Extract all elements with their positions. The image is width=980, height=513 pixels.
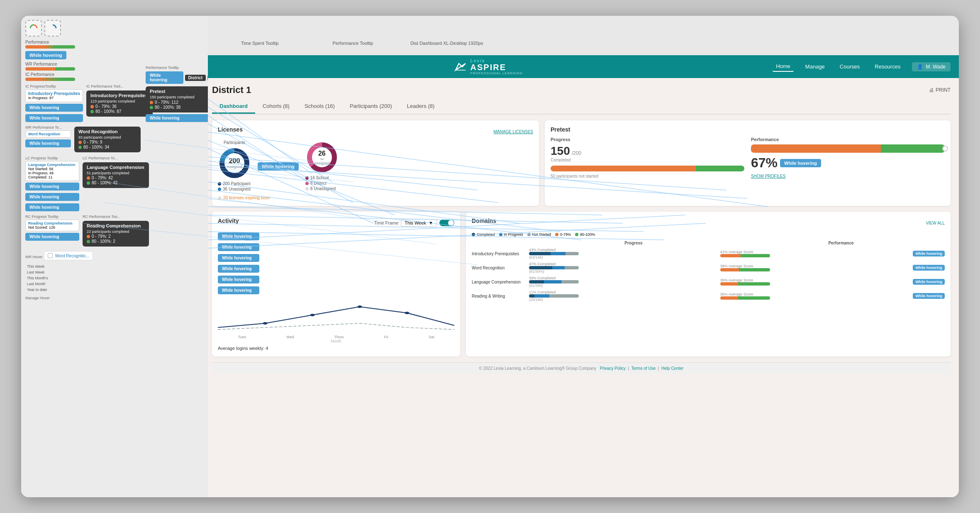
domain-lc-bars: 30% Completed (61/285) 36% Average Score [529, 276, 909, 288]
legend-80-100: 80-100% [575, 232, 595, 237]
legend-completed: Completed [472, 232, 495, 237]
hover-box-rc: While hovering [25, 233, 79, 241]
dash-content: District 1 🖨 PRINT Dashboard Cohorts (8)… [204, 78, 959, 497]
hover-box-pretest-perf: While hovering [146, 114, 208, 122]
lc-not-started: Not Started: 56 [28, 167, 76, 171]
dist-dashboard-label: Dist Dashboard XL-Desktop 1920px [410, 41, 483, 46]
day-sat: Sat [429, 335, 434, 339]
licenses-section: Participants 200 Assigned [218, 140, 533, 192]
leaders-sublabel: Assigned [314, 161, 329, 165]
hover-box-domain-wr: While hovering [913, 265, 945, 271]
tab-dashboard[interactable]: Dashboard [212, 100, 255, 114]
section-header-bar: Time Spent Tooltip Performance Tooltip D… [204, 41, 483, 46]
footer-terms[interactable]: Terms of Use [631, 366, 656, 371]
logo-sub: PROFESSIONAL LEARNING [470, 71, 523, 75]
tt-lc-range1: 0 - 79%: 42 [92, 176, 113, 180]
participants-unassigned: 36 Unassigned [223, 187, 251, 191]
tt-pretest-title: Pretest [150, 89, 208, 94]
pretest-progress-label: Progress [551, 137, 744, 142]
user-menu[interactable]: 👤 M. Wade [912, 62, 951, 71]
dropdown-arrow: ▼ [429, 220, 433, 225]
print-icon: 🖨 [929, 87, 934, 93]
pretest-section: Progress 150 /200 Completed 50 [551, 137, 945, 179]
tt-intro-range1: 0 - 79%: 36 [95, 104, 117, 109]
dropdown-this-months[interactable]: This Month's [25, 275, 204, 281]
tab-leaders[interactable]: Leaders (8) [400, 100, 442, 114]
dropdown-last-month[interactable]: Last Month [25, 281, 204, 287]
rw-progress-detail: (20/189) [529, 298, 719, 302]
leaders-legend-3: 8 Unassigned [305, 186, 339, 191]
nav-home[interactable]: Home [773, 61, 794, 72]
performance-section-label: Performance [25, 40, 204, 44]
nav-courses[interactable]: Courses [836, 62, 863, 71]
footer-privacy[interactable]: Privacy Policy [600, 366, 626, 371]
nav-manage[interactable]: Manage [802, 62, 828, 71]
wr-progress-label: 47% Completed [529, 262, 719, 266]
hover-box-ts4: While hovering [218, 265, 259, 273]
dash-header: District 1 🖨 PRINT [212, 85, 951, 95]
wr-perf-label: 38% Average Score [720, 264, 910, 268]
hover-box-ts6: While hovering [218, 286, 259, 294]
district-badge: District [185, 75, 206, 81]
svg-point-36 [357, 305, 362, 308]
domains-card: Domains VIEW ALL Completed In Progress [466, 212, 951, 357]
tt-lc-title: Language Comprehension [87, 165, 145, 170]
tt-wr-participants: 93 participants completed [78, 135, 137, 139]
leaders-legend-2: 8 District [305, 181, 339, 186]
tt-wr-range2: 80 - 100%: 34 [83, 145, 109, 149]
lc-comp-title: Language Comprehension [28, 163, 76, 167]
hover-box-ts5: While hovering [218, 276, 259, 283]
tab-cohorts[interactable]: Cohorts (8) [255, 100, 297, 114]
legend-in-progress: In Progress [499, 232, 523, 237]
dropdown-this-week[interactable]: This Week [25, 264, 204, 269]
time-frame-dropdown[interactable]: This Week ▼ [401, 219, 437, 227]
left-panel: Performance While hovering WR Performanc… [21, 16, 208, 497]
domain-wr-name: Word Recognition [472, 266, 526, 270]
timeframe-value: This Week [405, 220, 426, 225]
pretest-completed-label: Completed [551, 158, 744, 162]
dropdown-last-week[interactable]: Last Week [25, 269, 204, 275]
tt-wr-title: Word Recognition [78, 129, 137, 134]
nav-links: Home Manage Courses Resources 👤 M. Wade [773, 61, 951, 72]
intro-progress-detail: (63/146) [529, 255, 719, 259]
performance-tooltip-label: Performance Tooltip [333, 41, 373, 46]
toggle-switch[interactable] [439, 220, 454, 226]
domain-row-rw: Reading & Writing 11% Completed (20/189) [472, 290, 945, 302]
hover-box-lc: While hovering [25, 183, 79, 191]
manage-licenses-link[interactable]: MANAGE LICENSES [493, 129, 533, 134]
logo-area: Lexia ASPIRE PROFESSIONAL LEARNING [399, 59, 577, 75]
tabs-bar: Dashboard Cohorts (8) Schools (16) Parti… [212, 100, 951, 115]
licenses-card: Licenses MANAGE LICENSES Participants [212, 120, 539, 206]
nav-resources[interactable]: Resources [871, 62, 904, 71]
print-button[interactable]: 🖨 PRINT [929, 87, 951, 93]
rc-comp-title: Reading Comprehension [28, 221, 76, 225]
participants-legend-1: 200 Participant [218, 181, 251, 186]
pretest-percentage: 67% [751, 155, 778, 171]
lc-performance-tool-label: LC Performance To... [83, 156, 149, 160]
tt-rc-range2: 80 - 100%: 2 [92, 239, 115, 244]
domain-lc-name: Language Comprehension [472, 280, 526, 284]
dropdown-year-to-date[interactable]: Year to date [25, 287, 204, 293]
wr-performance-tool-label: WR Performance To... [25, 125, 71, 129]
footer-help[interactable]: Help Center [661, 366, 683, 371]
hover-box-pretest: While hovering [780, 159, 821, 167]
time-spent-title: Activity [218, 217, 239, 224]
day-fri: Fri [384, 335, 388, 339]
tab-schools[interactable]: Schools (16) [297, 100, 342, 114]
domain-row-wr: Word Recognition 47% Completed (81/30%) [472, 262, 945, 274]
tab-participants[interactable]: Participants (200) [342, 100, 400, 114]
domains-title: Domains [472, 217, 496, 224]
show-profiles-btn[interactable]: SHOW PROFILES [751, 174, 785, 178]
wr-progress-detail: (81/30%) [529, 269, 719, 274]
intro-progress-label: 43% Completed [529, 248, 719, 252]
lc-perf-label: 36% Average Score [720, 278, 910, 282]
view-all-link[interactable]: VIEW ALL [926, 221, 945, 225]
participants-sublabel: Assigned [227, 165, 242, 169]
svg-marker-26 [456, 64, 466, 70]
tt-lc-detail: 51 participants completed [87, 171, 145, 175]
hover-box-domain-lc: While hovering [913, 279, 945, 285]
legend-0-79: 0-79% [555, 232, 571, 237]
manage-hover-label: Manage Hover [25, 296, 204, 300]
pretest-district-tooltip: Pretest 150 participants completed 0 - 7… [146, 86, 208, 112]
leaders-district: 8 District [310, 181, 327, 186]
